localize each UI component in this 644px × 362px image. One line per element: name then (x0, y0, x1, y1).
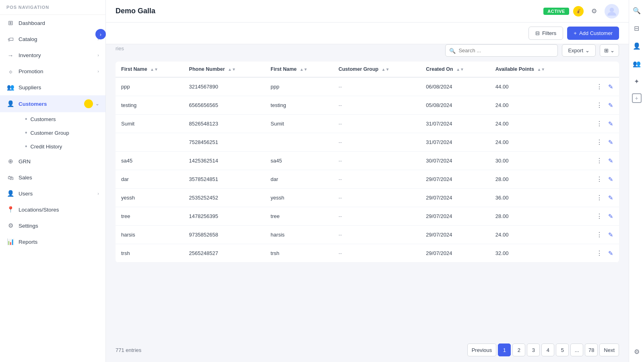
action-buttons: ⊟ Filters + Add Customer (116, 27, 619, 44)
right-plus-icon[interactable]: + (632, 93, 642, 103)
cell-points: 24.00 (490, 133, 576, 152)
prev-page-button[interactable]: Previous (467, 343, 497, 356)
cell-actions: ⋮ ✎ (576, 244, 619, 263)
reports-icon: 📊 (6, 238, 14, 246)
sidebar-header: POS NAVIGATION (0, 0, 105, 15)
sidebar-item-sales[interactable]: 🛍 Sales (0, 169, 105, 185)
right-person-add-icon[interactable]: 👥 (631, 58, 642, 69)
page-4-button[interactable]: 4 (541, 343, 554, 356)
sidebar-item-credit-history[interactable]: Credit History (19, 140, 105, 153)
table-row: dar 3578524851 dar -- 29/07/2024 28.00 ⋮… (116, 170, 619, 189)
page-2-button[interactable]: 2 (512, 343, 525, 356)
row-edit-button[interactable]: ✎ (608, 194, 613, 202)
cell-actions: ⋮ ✎ (576, 189, 619, 207)
cell-phone: 3578524851 (184, 170, 265, 189)
row-edit-button[interactable]: ✎ (608, 157, 613, 165)
sort-icon: ▲▼ (382, 67, 390, 72)
sidebar-item-customer-group[interactable]: Customer Group (19, 126, 105, 140)
row-more-button[interactable]: ⋮ (594, 230, 605, 239)
col-header-label: Phone Number (189, 66, 225, 72)
right-filter-icon[interactable]: ⊟ (631, 23, 642, 34)
suppliers-icon: 👥 (6, 83, 14, 91)
cell-first-name2: Sumit (265, 115, 333, 133)
cell-points: 28.00 (490, 207, 576, 226)
row-more-button[interactable]: ⋮ (594, 101, 605, 110)
page-ellipsis: ... (570, 343, 583, 356)
sidebar-item-label: Dashboard (19, 20, 45, 26)
row-edit-button[interactable]: ✎ (608, 120, 613, 128)
row-edit-button[interactable]: ✎ (608, 250, 613, 257)
col-last-name[interactable]: First Name ▲▼ (265, 62, 333, 77)
page-5-button[interactable]: 5 (556, 343, 569, 356)
col-available-points[interactable]: Available Points ▲▼ (490, 62, 576, 77)
row-edit-button[interactable]: ✎ (608, 83, 613, 90)
right-search-icon[interactable]: 🔍 (631, 5, 642, 16)
export-button[interactable]: Export ⌄ (562, 44, 596, 57)
row-edit-button[interactable]: ✎ (608, 231, 613, 239)
grid-icon: ⊞ (604, 47, 609, 53)
row-edit-button[interactable]: ✎ (608, 102, 613, 109)
cell-first-name2: yessh (265, 189, 333, 207)
cell-first-name: yessh (116, 189, 184, 207)
table-row: sa45 1425362514 sa45 -- 30/07/2024 30.00… (116, 152, 619, 170)
row-more-button[interactable]: ⋮ (594, 156, 605, 165)
coin-icon[interactable]: 💰 (573, 6, 584, 16)
sidebar-item-catalog[interactable]: 🏷 Catalog › (0, 31, 105, 47)
sidebar-item-label: Users (19, 191, 33, 197)
location-icon: 📍 (6, 206, 14, 214)
sidebar-item-label: Suppliers (19, 84, 41, 90)
row-more-button[interactable]: ⋮ (594, 119, 605, 128)
chevron-down-icon: ⌄ (95, 101, 99, 107)
search-input[interactable] (445, 44, 558, 57)
next-page-button[interactable]: Next (599, 343, 619, 356)
row-more-button[interactable]: ⋮ (594, 249, 605, 258)
sidebar-item-settings[interactable]: ⚙ Settings (0, 218, 105, 234)
row-more-button[interactable]: ⋮ (594, 212, 605, 221)
col-customer-group[interactable]: Customer Group ▲▼ (333, 62, 420, 77)
col-first-name[interactable]: First Name ▲▼ (116, 62, 184, 77)
cell-phone: 2535252452 (184, 189, 265, 207)
row-edit-button[interactable]: ✎ (608, 213, 613, 220)
col-phone[interactable]: Phone Number ▲▼ (184, 62, 265, 77)
settings-topbar-icon[interactable]: ⚙ (588, 5, 601, 18)
right-star-icon[interactable]: ✦ (631, 76, 642, 87)
right-person-icon[interactable]: 👤 (631, 40, 642, 51)
sidebar-item-dashboard[interactable]: ⊞ Dashboard (0, 15, 105, 31)
cell-first-name2: harsis (265, 226, 333, 244)
cell-points: 44.00 (490, 77, 576, 96)
sidebar-item-promotion[interactable]: ⟐ Promotion › (0, 63, 105, 79)
cell-first-name: sa45 (116, 152, 184, 170)
row-more-button[interactable]: ⋮ (594, 138, 605, 147)
page-1-button[interactable]: 1 (498, 343, 511, 356)
filters-button[interactable]: ⊟ Filters (528, 27, 563, 40)
cell-first-name: testing (116, 96, 184, 115)
add-customer-button[interactable]: + Add Customer (567, 27, 619, 40)
main-content: Demo Galla ACTIVE 💰 ⚙ ⊟ Filters (106, 0, 629, 362)
sidebar-toggle-button[interactable]: › (95, 29, 106, 39)
row-more-button[interactable]: ⋮ (594, 82, 605, 91)
sidebar-item-locations[interactable]: 📍 Locations/Stores (0, 202, 105, 218)
page-3-button[interactable]: 3 (527, 343, 540, 356)
sidebar-item-grn[interactable]: ⊕ GRN (0, 153, 105, 169)
sidebar-item-reports[interactable]: 📊 Reports (0, 234, 105, 250)
page-title: Demo Galla (116, 7, 543, 15)
avatar[interactable] (605, 4, 619, 19)
page-78-button[interactable]: 78 (585, 343, 598, 356)
sort-icon: ▲▼ (228, 67, 236, 72)
cell-phone: 2565248527 (184, 244, 265, 263)
sidebar-item-suppliers[interactable]: 👥 Suppliers (0, 79, 105, 95)
row-edit-button[interactable]: ✎ (608, 176, 613, 183)
col-created-on[interactable]: Created On ▲▼ (420, 62, 490, 77)
row-edit-button[interactable]: ✎ (608, 139, 613, 146)
sidebar-item-users[interactable]: 👤 Users › (0, 185, 105, 202)
sidebar-item-customers[interactable]: 👤 Customers ⌄ (0, 95, 105, 112)
right-settings-icon[interactable]: ⚙ (631, 346, 642, 357)
cell-points: 24.00 (490, 226, 576, 244)
sidebar-item-inventory[interactable]: → Inventory › (0, 47, 105, 63)
view-toggle-button[interactable]: ⊞ ⌄ (600, 44, 619, 57)
sidebar-item-customers-sub[interactable]: Customers (19, 112, 105, 126)
row-more-button[interactable]: ⋮ (594, 175, 605, 184)
cell-actions: ⋮ ✎ (576, 115, 619, 133)
row-more-button[interactable]: ⋮ (594, 193, 605, 202)
sales-icon: 🛍 (6, 173, 14, 181)
